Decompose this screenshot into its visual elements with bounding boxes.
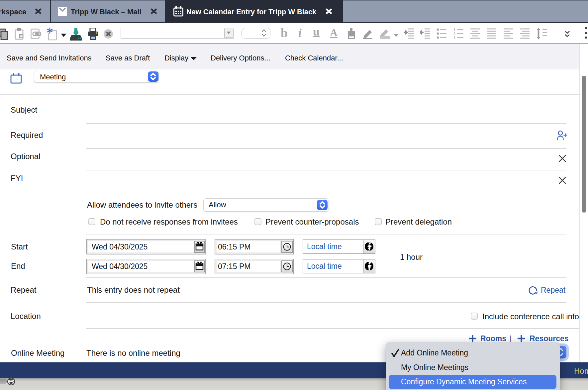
svg-text:2: 2 [453,32,455,36]
svg-text:1: 1 [453,28,455,31]
svg-text:3: 3 [453,36,455,39]
